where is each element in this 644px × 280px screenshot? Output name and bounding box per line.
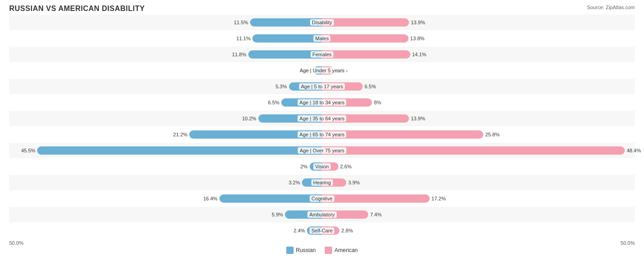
value-left: 5.3%: [275, 84, 287, 89]
value-right: 6.5%: [365, 84, 376, 89]
row-label: Self-Care: [310, 227, 334, 234]
value-left: 16.4%: [203, 196, 218, 201]
row-label: Age | Over 75 years: [298, 147, 346, 154]
chart-row: 16.4%17.2%Cognitive: [9, 191, 635, 206]
chart-row: 11.1%13.8%Males: [9, 31, 635, 46]
value-left: 5.9%: [272, 212, 283, 217]
value-right: 7.4%: [370, 212, 382, 217]
legend-american-box: [325, 247, 332, 254]
chart-row: 11.5%13.9%Disability: [9, 15, 635, 30]
chart-row: 6.5%8%Age | 18 to 34 years: [9, 95, 635, 110]
chart-row: 5.9%7.4%Ambulatory: [9, 207, 635, 222]
value-left: 3.2%: [289, 180, 300, 185]
bar-right: [322, 50, 410, 59]
chart-row: 3.2%3.9%Hearing: [9, 175, 635, 190]
legend-russian-box: [286, 247, 294, 254]
chart-row: 5.3%6.5%Age | 5 to 17 years: [9, 79, 635, 94]
value-right: 2.8%: [341, 228, 353, 233]
value-right: 13.9%: [411, 116, 425, 121]
axis-right-label: 50.0%: [621, 240, 635, 246]
chart-row: 11.8%14.1%Females: [9, 47, 635, 62]
source-text: Source: ZipAtlas.com: [587, 5, 635, 10]
value-left: 10.2%: [242, 116, 256, 121]
row-label: Hearing: [311, 179, 333, 186]
value-left: 11.1%: [236, 36, 251, 41]
legend-russian-label: Russian: [296, 247, 316, 253]
value-right: 8%: [374, 100, 381, 105]
row-label: Age | Under 5 years: [298, 67, 346, 74]
bar-left: [37, 146, 322, 155]
chart-area: 11.5%13.9%Disability11.1%13.8%Males11.8%…: [9, 15, 635, 238]
row-label: Age | 5 to 17 years: [299, 83, 345, 90]
value-right: 48.4%: [627, 148, 641, 153]
bar-right: [322, 18, 409, 27]
chart-row: 10.2%13.9%Age | 35 to 64 years: [9, 111, 635, 126]
row-label: Cognitive: [310, 195, 334, 202]
value-left: 21.2%: [173, 132, 187, 137]
row-label: Males: [313, 35, 330, 42]
value-left: 2.4%: [294, 228, 305, 233]
value-left: 6.5%: [268, 100, 279, 105]
row-label: Ambulatory: [307, 211, 337, 218]
bar-right: [322, 194, 430, 203]
row-label: Disability: [310, 19, 334, 26]
chart-title: RUSSIAN VS AMERICAN DISABILITY: [9, 5, 635, 13]
value-right: 17.2%: [431, 196, 446, 201]
bar-left: [219, 194, 322, 203]
value-right: 13.8%: [410, 36, 425, 41]
legend-american-label: American: [334, 247, 358, 253]
bar-left: [252, 34, 322, 43]
legend-russian: Russian: [286, 247, 316, 254]
chart-row: 45.5%48.4%Age | Over 75 years: [9, 143, 635, 158]
value-right: 3.9%: [348, 180, 360, 185]
row-label: Age | 35 to 64 years: [298, 115, 346, 122]
chart-row: 21.2%25.8%Age | 65 to 74 years: [9, 127, 635, 142]
value-left: 45.5%: [21, 148, 35, 153]
chart-row: 2%2.6%Vision: [9, 159, 635, 174]
chart-container: RUSSIAN VS AMERICAN DISABILITY Source: Z…: [0, 0, 644, 280]
value-left: 11.5%: [234, 20, 248, 25]
value-right: 25.8%: [486, 132, 500, 137]
row-label: Age | 65 to 74 years: [298, 131, 346, 138]
chart-row: 1.4%1.9%Age | Under 5 years: [9, 63, 635, 78]
axis-left-label: 50.0%: [9, 240, 23, 246]
axis-bottom: 50.0% 50.0%: [9, 240, 635, 246]
value-right: 13.9%: [411, 20, 425, 25]
row-label: Vision: [313, 163, 331, 170]
row-label: Age | 18 to 34 years: [298, 99, 346, 106]
value-right: 14.1%: [412, 52, 426, 57]
bar-right: [322, 34, 409, 43]
chart-row: 2.4%2.8%Self-Care: [9, 223, 635, 238]
value-left: 2%: [300, 164, 308, 169]
legend: Russian American: [9, 247, 635, 254]
row-label: Females: [311, 51, 333, 58]
value-left: 11.8%: [232, 52, 246, 57]
value-right: 2.6%: [340, 164, 352, 169]
legend-american: American: [325, 247, 358, 254]
bar-right: [322, 146, 625, 155]
